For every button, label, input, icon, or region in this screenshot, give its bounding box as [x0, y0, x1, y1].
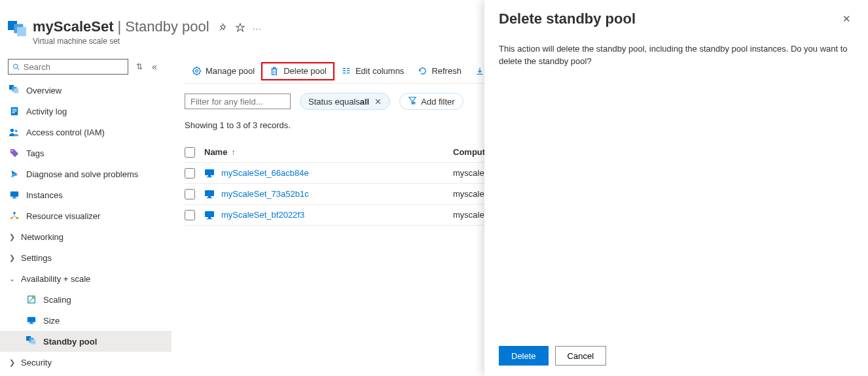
- vm-icon: [204, 189, 215, 199]
- svg-rect-27: [31, 339, 35, 344]
- status-filter-pill[interactable]: Status equals all ✕: [300, 93, 390, 110]
- nav-overview[interactable]: Overview: [0, 80, 172, 101]
- favorite-icon[interactable]: [236, 23, 245, 34]
- panel-title: Delete standby pool: [499, 10, 636, 27]
- svg-rect-59: [208, 217, 211, 218]
- vm-icon: [204, 168, 215, 179]
- standby-pool-icon: [26, 336, 37, 347]
- svg-rect-22: [27, 317, 35, 322]
- diagnose-icon: [9, 169, 20, 179]
- row-checkbox[interactable]: [185, 168, 195, 179]
- nav-search-input[interactable]: [24, 62, 124, 72]
- svg-rect-55: [205, 190, 214, 196]
- svg-rect-52: [205, 169, 214, 175]
- svg-rect-40: [273, 67, 276, 69]
- nav-label: Standby pool: [43, 337, 97, 347]
- pill-label: Add filter: [421, 97, 454, 107]
- svg-rect-15: [10, 192, 18, 197]
- nav-instances[interactable]: Instances: [0, 184, 172, 205]
- manage-pool-button[interactable]: Manage pool: [185, 62, 261, 80]
- nav-security[interactable]: ❯ Security: [0, 352, 172, 373]
- resource-name: myScaleSet: [33, 18, 114, 35]
- vmss-icon: [8, 21, 26, 39]
- toolbar-label: Refresh: [431, 66, 461, 76]
- nav-label: Size: [43, 316, 60, 326]
- chevron-down-icon: ⌄: [9, 275, 18, 283]
- nav-label: Scaling: [43, 295, 71, 305]
- cancel-button[interactable]: Cancel: [555, 346, 606, 366]
- svg-rect-9: [12, 109, 17, 110]
- gear-icon: [191, 66, 202, 77]
- row-checkbox[interactable]: [185, 189, 195, 199]
- svg-point-14: [11, 150, 12, 151]
- nav-search-box[interactable]: [8, 59, 128, 75]
- nav-scaling[interactable]: Scaling: [0, 289, 172, 310]
- nav-label: Instances: [26, 190, 63, 200]
- pin-icon[interactable]: [219, 23, 228, 34]
- nav-label: Security: [21, 358, 52, 367]
- iam-icon: [9, 127, 20, 137]
- svg-point-29: [195, 70, 198, 73]
- more-icon[interactable]: ···: [253, 24, 262, 33]
- nav-label: Availability + scale: [21, 274, 90, 284]
- select-all-checkbox[interactable]: [185, 147, 195, 158]
- nav-label: Resource visualizer: [26, 211, 100, 221]
- svg-line-37: [199, 68, 200, 69]
- collapse-nav-icon[interactable]: «: [152, 61, 157, 72]
- svg-rect-2: [17, 27, 26, 36]
- svg-point-12: [10, 129, 14, 132]
- column-header-name[interactable]: Name ↑: [204, 147, 453, 157]
- nav-label: Diagnose and solve problems: [26, 169, 138, 179]
- chevron-right-icon: ❯: [9, 233, 18, 241]
- nav-size[interactable]: Size: [0, 310, 172, 331]
- svg-rect-24: [29, 323, 34, 324]
- refresh-button[interactable]: Refresh: [410, 62, 468, 80]
- svg-rect-58: [205, 211, 214, 217]
- search-icon: [12, 63, 20, 71]
- nav-tags[interactable]: Tags: [0, 143, 172, 163]
- refresh-icon: [417, 66, 427, 77]
- instance-link[interactable]: myScaleSet_bf2022f3: [221, 210, 304, 220]
- delete-confirm-panel: Delete standby pool ✕ This action will d…: [484, 0, 868, 376]
- filter-input[interactable]: [185, 94, 291, 109]
- nav-diagnose[interactable]: Diagnose and solve problems: [0, 163, 172, 184]
- toolbar-label: Manage pool: [206, 66, 255, 76]
- nav-availability-scale[interactable]: ⌄ Availability + scale: [0, 268, 172, 289]
- svg-line-34: [193, 68, 194, 69]
- toolbar-label: Delete pool: [283, 66, 327, 76]
- nav-standby-pool[interactable]: Standby pool: [0, 331, 172, 352]
- nav-label: Tags: [26, 148, 44, 158]
- nav-label: Networking: [21, 232, 63, 242]
- toolbar-label: Edit columns: [355, 66, 404, 76]
- close-icon[interactable]: ✕: [840, 10, 854, 27]
- edit-columns-button[interactable]: Edit columns: [335, 62, 410, 80]
- resource-type: Virtual machine scale set: [33, 37, 270, 46]
- resource-visualizer-icon: [9, 211, 20, 221]
- svg-rect-23: [30, 322, 33, 324]
- instance-link[interactable]: myScaleSet_66acb84e: [221, 168, 309, 178]
- nav-label: Access control (IAM): [26, 128, 105, 137]
- size-icon: [26, 315, 37, 326]
- confirm-delete-button[interactable]: Delete: [499, 346, 549, 366]
- delete-icon: [269, 66, 280, 77]
- chevron-right-icon: ❯: [9, 358, 18, 367]
- nav-settings[interactable]: ❯ Settings: [0, 247, 172, 268]
- nav-networking[interactable]: ❯ Networking: [0, 226, 172, 247]
- remove-filter-icon[interactable]: ✕: [374, 97, 382, 107]
- svg-rect-54: [207, 177, 212, 177]
- delete-pool-button[interactable]: Delete pool: [261, 62, 335, 80]
- svg-rect-16: [13, 197, 16, 198]
- nav-resource-visualizer[interactable]: Resource visualizer: [0, 205, 172, 226]
- row-checkbox[interactable]: [185, 210, 195, 220]
- svg-rect-17: [12, 197, 17, 198]
- instance-link[interactable]: myScaleSet_73a52b1c: [221, 189, 309, 199]
- expand-collapse-icon[interactable]: ⇅: [136, 62, 143, 71]
- svg-point-13: [15, 129, 18, 132]
- svg-rect-7: [14, 88, 18, 93]
- download-icon: [475, 66, 485, 77]
- nav-activity-log[interactable]: Activity log: [0, 101, 172, 122]
- nav-iam[interactable]: Access control (IAM): [0, 122, 172, 143]
- panel-body: This action will delete the standby pool…: [499, 43, 854, 339]
- add-filter-button[interactable]: Add filter: [399, 93, 463, 110]
- nav-label: Settings: [21, 253, 52, 263]
